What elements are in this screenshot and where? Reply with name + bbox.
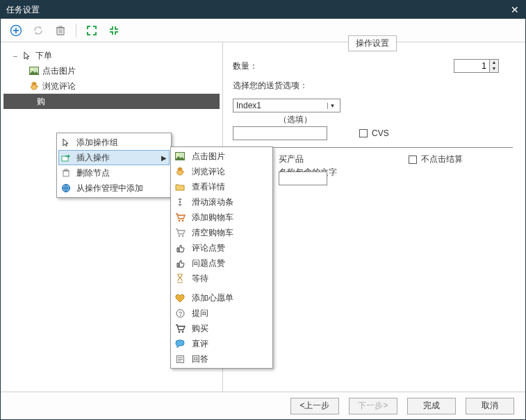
window-title: 任务设置 [6,4,40,16]
scroll-icon [174,196,186,208]
cart-empty-icon [174,226,186,239]
no-checkout-checkbox[interactable]: 不点击结算 [409,153,499,165]
next-button: 下一步> [349,398,397,414]
toolbar [1,19,525,42]
sub-view-detail[interactable]: 查看详情 [172,179,271,194]
sync-button[interactable] [28,21,48,40]
image-icon [28,65,40,76]
question-icon: ? [174,307,186,319]
operation-tree: – 下单 点击图片 浏览评论 [3,48,220,109]
insert-icon [60,151,72,164]
shipping-select[interactable]: Index1 ▼ [233,99,340,112]
row-cvs: CVS [233,126,513,140]
svg-point-21 [181,235,183,237]
title-bar: 任务设置 ✕ [1,1,525,19]
cancel-button[interactable]: 取消 [466,398,514,414]
settings-tab[interactable]: 操作设置 [348,35,397,51]
svg-point-19 [181,219,183,221]
collapse-icon [108,25,120,36]
svg-rect-12 [63,171,69,176]
shipping-value: Index1 [236,101,261,110]
image-icon [174,150,186,162]
expand-button[interactable] [82,21,101,40]
sub-direct-comment[interactable]: 直评 [172,336,271,351]
delete-button[interactable] [51,21,70,40]
svg-point-17 [177,154,179,156]
tree-pane: – 下单 点击图片 浏览评论 [1,42,223,392]
ctx-item-label: 插入操作 [76,152,110,164]
sub-buy[interactable]: 购买 [172,321,271,336]
row-shipping-label: 选择您的送货选项： [233,80,513,92]
svg-point-18 [178,219,180,221]
svg-point-10 [31,69,33,71]
tree-item-click-image[interactable]: 点击图片 [3,63,220,78]
cvs-checkbox[interactable]: CVS [359,128,450,138]
row-shipping-select: Index1 ▼ [233,99,513,112]
qty-input[interactable] [454,59,490,73]
cvs-label: CVS [372,128,389,138]
svg-rect-11 [62,156,68,161]
sub-item-label: 查看详情 [192,181,225,193]
ctx-add-from-manager[interactable]: 从操作管理中添加 [58,180,170,196]
sub-item-label: 评论点赞 [192,242,225,254]
sub-click-image[interactable]: 点击图片 [172,149,271,164]
checkbox-box-icon [359,129,368,137]
sub-answer[interactable]: 回答 [172,351,271,367]
tree-toggle-icon[interactable]: – [12,52,19,60]
tree-item-selected[interactable]: 购 [3,94,220,109]
cursor-icon [60,136,72,149]
thumb-icon [174,257,186,269]
sub-item-label: 滑动滚动条 [192,196,233,208]
sub-item-label: 浏览评论 [192,166,225,178]
tree-item-label: 点击图片 [42,65,76,77]
qty-spinner[interactable]: ▲ ▼ [454,59,499,73]
ctx-item-label: 删除节点 [76,167,110,179]
toolbar-separator [76,24,76,37]
sub-ask[interactable]: ?提问 [172,305,271,321]
text-input-2[interactable] [279,171,327,185]
finish-button[interactable]: 完成 [407,398,456,414]
hand-icon [28,81,40,92]
sub-scroll[interactable]: 滑动滚动条 [172,194,271,210]
spin-up-icon[interactable]: ▲ [490,60,498,66]
spin-down-icon[interactable]: ▼ [490,66,498,72]
sub-add-wishlist[interactable]: 添加心愿单 [172,290,271,305]
buy-label-tail: 买产品 [279,153,304,165]
svg-point-24 [178,330,180,333]
add-button[interactable] [6,21,26,40]
chat-icon [174,337,186,350]
text-input-1[interactable] [233,126,327,140]
sub-empty-cart[interactable]: 清空购物车 [172,225,271,240]
svg-point-20 [178,235,180,237]
shipping-label: 选择您的送货选项： [233,80,308,92]
sub-add-cart[interactable]: 添加购物车 [172,210,271,225]
ctx-insert-operation[interactable]: 插入操作 ▶ [58,150,170,165]
tree-root[interactable]: – 下单 [3,48,220,63]
hourglass-icon [174,272,186,285]
collapse-button[interactable] [104,21,124,40]
refresh-icon [32,24,44,37]
tree-item-label: 浏览评论 [42,81,76,92]
sub-item-label: 提问 [192,308,208,319]
sub-wait[interactable]: 等待 [172,271,271,286]
chevron-down-icon[interactable]: ▼ [327,103,337,109]
sub-comment-like[interactable]: 评论点赞 [172,240,271,255]
prev-button[interactable]: <上一步 [290,398,339,414]
spin-buttons: ▲ ▼ [490,59,499,73]
hand-icon [174,165,186,178]
cursor-icon [22,50,33,61]
trash-icon [60,167,72,179]
answer-icon [174,353,186,365]
context-menu: 添加操作组 插入操作 ▶ 删除节点 从操作管理中添加 [56,133,172,198]
sub-item-label: 添加购物车 [192,212,233,224]
ctx-item-label: 添加操作组 [76,137,118,149]
close-icon[interactable]: ✕ [510,5,520,15]
sub-browse-comments[interactable]: 浏览评论 [172,164,271,179]
tree-item-browse-comments[interactable]: 浏览评论 [3,78,220,94]
optional-label-tail: （选填） [279,114,312,126]
sub-question-like[interactable]: 问题点赞 [172,255,271,271]
ctx-add-group[interactable]: 添加操作组 [58,135,170,150]
heart-icon [174,292,186,304]
ctx-delete-node[interactable]: 删除节点 [58,165,170,180]
no-checkout-label: 不点击结算 [421,153,463,165]
